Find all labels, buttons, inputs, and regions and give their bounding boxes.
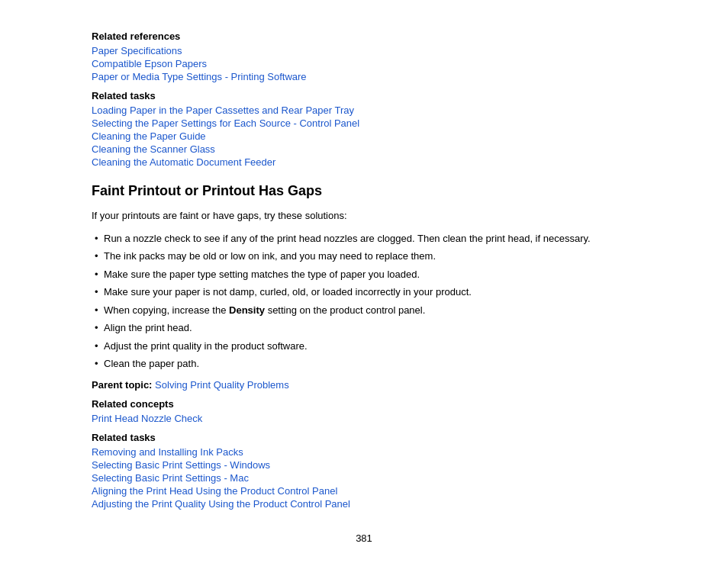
related-tasks-1-label: Related tasks <box>92 90 636 101</box>
related-tasks-1-section: Related tasks Loading Paper in the Paper… <box>92 90 636 168</box>
link-aligning-print-head[interactable]: Aligning the Print Head Using the Produc… <box>92 485 636 497</box>
related-concepts-label: Related concepts <box>92 398 636 410</box>
related-references-label: Related references <box>92 31 636 42</box>
related-tasks-2-section: Related tasks Removing and Installing In… <box>92 432 636 510</box>
parent-topic-line: Parent topic: Solving Print Quality Prob… <box>92 379 636 391</box>
link-selecting-paper-settings[interactable]: Selecting the Paper Settings for Each So… <box>92 117 636 129</box>
link-loading-paper[interactable]: Loading Paper in the Paper Cassettes and… <box>92 105 636 116</box>
link-cleaning-paper-guide[interactable]: Cleaning the Paper Guide <box>92 130 636 142</box>
link-solving-print-quality[interactable]: Solving Print Quality Problems <box>155 379 289 391</box>
link-compatible-epson-papers[interactable]: Compatible Epson Papers <box>92 58 636 69</box>
bullet-5: When copying, increase the Density setti… <box>92 303 636 318</box>
bullet-6: Align the print head. <box>92 320 636 336</box>
related-references-section: Related references Paper Specifications … <box>92 31 636 82</box>
bullet-8: Clean the paper path. <box>92 356 636 372</box>
link-removing-installing-ink[interactable]: Removing and Installing Ink Packs <box>92 446 636 458</box>
bullet-1: Run a nozzle check to see if any of the … <box>92 231 636 246</box>
page-container: Related references Paper Specifications … <box>0 0 728 563</box>
bullet-7: Adjust the print quality in the product … <box>92 339 636 354</box>
density-bold: Density <box>229 304 265 316</box>
link-cleaning-scanner-glass[interactable]: Cleaning the Scanner Glass <box>92 143 636 155</box>
bullet-list: Run a nozzle check to see if any of the … <box>92 231 636 372</box>
intro-text: If your printouts are faint or have gaps… <box>92 208 636 224</box>
bullet-3: Make sure the paper type setting matches… <box>92 267 636 282</box>
link-adjusting-print-quality[interactable]: Adjusting the Print Quality Using the Pr… <box>92 498 636 510</box>
link-cleaning-adf[interactable]: Cleaning the Automatic Document Feeder <box>92 156 636 168</box>
link-basic-print-settings-mac[interactable]: Selecting Basic Print Settings - Mac <box>92 472 636 484</box>
link-print-head-nozzle-check[interactable]: Print Head Nozzle Check <box>92 413 636 424</box>
main-heading: Faint Printout or Printout Has Gaps <box>92 183 636 199</box>
bullet-4: Make sure your paper is not damp, curled… <box>92 285 636 300</box>
related-concepts-section: Related concepts Print Head Nozzle Check <box>92 398 636 424</box>
bullet-2: The ink packs may be old or low on ink, … <box>92 249 636 264</box>
link-paper-media-type-settings[interactable]: Paper or Media Type Settings - Printing … <box>92 71 636 82</box>
link-paper-specifications[interactable]: Paper Specifications <box>92 45 636 56</box>
related-tasks-2-label: Related tasks <box>92 432 636 443</box>
parent-topic-label: Parent topic: <box>92 379 152 391</box>
page-number: 381 <box>92 532 636 544</box>
link-basic-print-settings-windows[interactable]: Selecting Basic Print Settings - Windows <box>92 459 636 471</box>
